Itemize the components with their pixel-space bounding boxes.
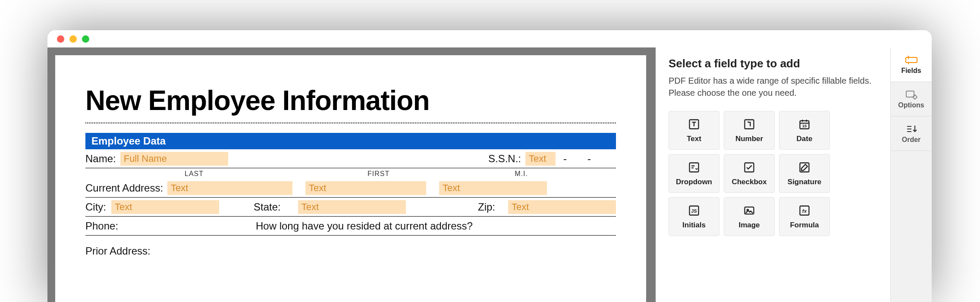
image-field-button[interactable]: Image xyxy=(724,197,775,236)
svg-text:fx: fx xyxy=(802,208,807,214)
how-long-label: How long have you resided at current add… xyxy=(256,220,477,232)
close-window-button[interactable] xyxy=(57,35,64,43)
date-icon: 15 xyxy=(798,117,811,131)
field-type-grid: Text Number 15 Date xyxy=(669,111,881,236)
title-underline xyxy=(85,123,616,123)
formula-icon: fx xyxy=(798,204,811,217)
first-sublabel: FIRST xyxy=(368,170,389,178)
ssn-sep-1: - xyxy=(556,153,575,165)
svg-rect-1 xyxy=(745,120,754,129)
image-icon xyxy=(742,204,756,217)
state-field[interactable]: Text xyxy=(298,200,406,214)
city-label: City: xyxy=(85,201,111,213)
fields-tab-icon xyxy=(905,55,918,65)
zip-field[interactable]: Text xyxy=(508,200,616,214)
phone-row: Phone: How long have you resided at curr… xyxy=(85,217,616,236)
prior-address-label: Prior Address: xyxy=(85,245,155,257)
signature-field-button[interactable]: Signature xyxy=(779,154,830,193)
ssn-label: S.S.N.: xyxy=(488,153,525,165)
city-field[interactable]: Text xyxy=(111,200,219,214)
current-address-label: Current Address: xyxy=(85,182,167,194)
text-icon xyxy=(687,117,701,131)
minimize-window-button[interactable] xyxy=(69,35,77,43)
right-panel: Select a field type to add PDF Editor ha… xyxy=(656,47,932,302)
state-label: State: xyxy=(254,201,285,213)
last-sublabel: LAST xyxy=(185,170,204,178)
svg-rect-14 xyxy=(906,91,914,97)
tab-options[interactable]: Options xyxy=(891,82,932,116)
addr1-field[interactable]: Text xyxy=(167,181,292,195)
city-row: City: Text State: Text Zip: Text xyxy=(85,198,616,217)
formula-field-button[interactable]: fx Formula xyxy=(779,197,830,236)
addr2-field[interactable]: Text xyxy=(305,181,426,195)
svg-rect-13 xyxy=(906,57,917,63)
document-title: New Employee Information xyxy=(85,85,616,116)
dropdown-field-label: Dropdown xyxy=(676,178,712,186)
side-tabs: Fields Options Order xyxy=(890,47,932,302)
ssn-sep-2: - xyxy=(575,153,599,165)
ssn-field[interactable]: Text xyxy=(525,152,556,166)
number-field-button[interactable]: Number xyxy=(724,111,775,150)
initials-field-button[interactable]: JS Initials xyxy=(669,197,719,236)
options-tab-label: Options xyxy=(898,101,924,109)
name-sublabels: LAST FIRST M.I. xyxy=(85,170,616,178)
svg-text:JS: JS xyxy=(691,208,697,214)
panel-description: PDF Editor has a wide range of specific … xyxy=(669,75,881,99)
name-label: Name: xyxy=(85,153,120,165)
text-field-button[interactable]: Text xyxy=(669,111,719,150)
pdf-page: New Employee Information Employee Data N… xyxy=(55,55,646,302)
checkbox-field-button[interactable]: Checkbox xyxy=(724,154,775,193)
date-field-button[interactable]: 15 Date xyxy=(779,111,830,150)
checkbox-icon xyxy=(742,160,756,174)
signature-field-label: Signature xyxy=(788,178,821,186)
signature-icon xyxy=(798,160,811,174)
svg-rect-4 xyxy=(690,163,699,172)
zip-label: Zip: xyxy=(478,201,499,213)
number-field-label: Number xyxy=(735,135,763,143)
section-header: Employee Data xyxy=(85,133,616,149)
app-window: New Employee Information Employee Data N… xyxy=(47,30,932,302)
maximize-window-button[interactable] xyxy=(82,35,89,43)
order-tab-icon xyxy=(905,124,917,134)
dropdown-field-button[interactable]: Dropdown xyxy=(669,154,719,193)
text-field-label: Text xyxy=(687,135,701,143)
image-field-label: Image xyxy=(738,221,760,230)
titlebar xyxy=(47,30,932,47)
phone-label: Phone: xyxy=(85,220,256,232)
mi-sublabel: M.I. xyxy=(515,170,528,178)
addr3-field[interactable]: Text xyxy=(439,181,547,195)
options-tab-icon xyxy=(905,89,917,100)
formula-field-label: Formula xyxy=(790,221,819,230)
panel-title: Select a field type to add xyxy=(669,57,881,70)
number-icon xyxy=(742,117,756,131)
dropdown-icon xyxy=(687,160,701,174)
tab-fields[interactable]: Fields xyxy=(891,47,932,82)
date-field-label: Date xyxy=(797,135,813,143)
content-area: New Employee Information Employee Data N… xyxy=(47,47,932,302)
document-canvas[interactable]: New Employee Information Employee Data N… xyxy=(47,47,656,302)
prior-address-row: Prior Address: xyxy=(85,242,616,261)
order-tab-label: Order xyxy=(902,136,921,144)
full-name-field[interactable]: Full Name xyxy=(120,152,228,166)
checkbox-field-label: Checkbox xyxy=(732,178,766,186)
name-row: Name: Full Name S.S.N.: Text - - xyxy=(85,149,616,168)
fields-tab-label: Fields xyxy=(901,67,921,75)
svg-text:15: 15 xyxy=(802,124,807,128)
initials-icon: JS xyxy=(687,204,701,217)
address-row: Current Address: Text Text Text xyxy=(85,179,616,198)
initials-field-label: Initials xyxy=(682,221,706,230)
panel-main: Select a field type to add PDF Editor ha… xyxy=(656,47,890,302)
tab-order[interactable]: Order xyxy=(891,116,932,151)
